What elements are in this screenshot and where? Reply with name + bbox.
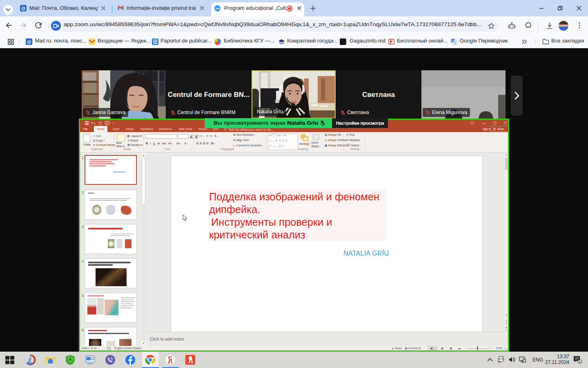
svg-text:文: 文 xyxy=(454,41,457,45)
svg-text:1: 1 xyxy=(579,360,581,364)
